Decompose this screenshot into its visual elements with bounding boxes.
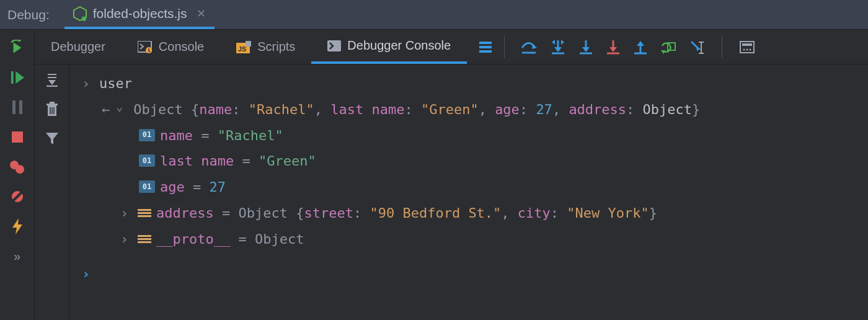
field-badge-icon: 01 <box>139 129 155 141</box>
svg-marker-24 <box>552 40 555 45</box>
console-icon <box>138 41 153 53</box>
tab-debugger-console[interactable]: Debugger Console <box>311 30 467 64</box>
chevron-down-icon[interactable] <box>116 97 127 123</box>
stop-icon[interactable] <box>9 129 25 145</box>
svg-rect-14 <box>246 41 251 47</box>
console-side-toolbar <box>35 64 69 320</box>
svg-marker-25 <box>561 40 564 45</box>
svg-marker-27 <box>582 47 590 52</box>
prompt-chevron-icon: › <box>82 261 90 287</box>
step-into-simple-icon[interactable] <box>579 40 593 55</box>
step-over-icon[interactable] <box>521 40 537 54</box>
expression-text: user <box>99 71 132 97</box>
debugger-console-output[interactable]: user ← Object {name: "Rachel", last name… <box>69 64 868 320</box>
field-badge-icon: 01 <box>139 180 155 193</box>
file-tab-label: folded-objects.js <box>93 6 187 21</box>
force-step-into-icon[interactable] <box>606 40 620 55</box>
property-row-address[interactable]: address = Object {street: "90 Bedford St… <box>82 200 856 226</box>
trash-icon[interactable] <box>46 102 58 117</box>
view-breakpoints-icon[interactable] <box>9 159 25 175</box>
chevron-right-icon[interactable] <box>120 226 131 252</box>
svg-rect-5 <box>12 131 23 143</box>
svg-point-43 <box>743 48 745 50</box>
debugger-console-icon <box>327 40 341 51</box>
svg-marker-2 <box>19 40 21 42</box>
run-to-cursor-icon[interactable] <box>689 40 704 55</box>
main-area: » Debugger Console JS Script <box>0 30 868 320</box>
tab-scripts[interactable]: JS Scripts <box>220 30 311 64</box>
debug-toolbar: Debugger Console JS Scripts <box>35 30 868 64</box>
svg-rect-4 <box>19 100 22 114</box>
svg-marker-19 <box>532 44 537 49</box>
property-row-name[interactable]: 01name = "Rachel" <box>82 123 856 149</box>
result-summary: Object {name: "Rachel", last name: "Gree… <box>133 97 700 123</box>
step-out-icon[interactable] <box>634 40 647 55</box>
console-input-echo: user <box>82 71 856 97</box>
debug-run-toolbar: » <box>0 30 35 320</box>
svg-point-1 <box>81 16 86 20</box>
svg-rect-42 <box>742 43 752 46</box>
drop-frame-icon[interactable] <box>661 40 676 54</box>
svg-marker-33 <box>637 41 644 46</box>
filter-icon[interactable] <box>45 131 59 145</box>
svg-point-45 <box>750 48 751 50</box>
svg-point-44 <box>746 48 748 50</box>
chevron-right-icon[interactable] <box>120 200 131 226</box>
bolt-icon[interactable] <box>9 218 25 234</box>
console-body: user ← Object {name: "Rachel", last name… <box>35 64 868 320</box>
mute-breakpoints-icon[interactable] <box>9 189 25 205</box>
threads-icon[interactable] <box>467 41 500 53</box>
property-row-age[interactable]: 01age = 27 <box>82 174 856 200</box>
svg-rect-41 <box>740 42 754 53</box>
resume-icon[interactable] <box>9 69 25 86</box>
step-into-icon[interactable] <box>551 40 565 55</box>
svg-marker-37 <box>696 46 701 51</box>
object-badge-icon <box>138 235 151 247</box>
panel-title: Debug: <box>0 7 64 22</box>
console-result-line[interactable]: ← Object {name: "Rachel", last name: "Gr… <box>82 97 856 123</box>
scroll-to-end-icon[interactable] <box>45 73 60 87</box>
svg-rect-3 <box>12 100 16 114</box>
object-badge-icon <box>138 209 151 221</box>
console-prompt[interactable]: › <box>82 261 856 287</box>
tab-debugger[interactable]: Debugger <box>35 30 122 64</box>
return-arrow-icon: ← <box>102 97 110 123</box>
chevron-right-icon <box>82 71 93 97</box>
debug-views-tabs: Debugger Console JS Scripts <box>35 30 467 64</box>
property-row-proto[interactable]: __proto__ = Object <box>82 226 856 252</box>
separator <box>722 36 722 58</box>
property-row-lastname[interactable]: 01last name = "Green" <box>82 148 856 174</box>
svg-rect-51 <box>46 104 58 105</box>
file-tab[interactable]: folded-objects.js ✕ <box>64 0 215 29</box>
evaluate-icon[interactable] <box>740 41 755 53</box>
js-icon: JS <box>236 41 251 53</box>
svg-marker-30 <box>609 47 617 52</box>
svg-marker-22 <box>554 47 562 52</box>
rerun-icon[interactable] <box>9 40 25 56</box>
svg-rect-15 <box>327 40 341 51</box>
svg-marker-48 <box>48 80 56 85</box>
content-area: Debugger Console JS Scripts <box>35 30 868 320</box>
field-badge-icon: 01 <box>139 154 155 167</box>
step-toolbar <box>508 36 755 58</box>
separator <box>504 36 505 58</box>
tab-console[interactable]: Console <box>122 30 220 64</box>
svg-point-7 <box>16 165 24 174</box>
debug-header: Debug: folded-objects.js ✕ <box>0 0 868 30</box>
svg-rect-52 <box>50 102 55 104</box>
svg-text:JS: JS <box>238 45 246 53</box>
pause-icon[interactable] <box>9 99 25 115</box>
more-icon[interactable]: » <box>9 248 25 264</box>
close-icon[interactable]: ✕ <box>193 7 206 20</box>
nodejs-icon <box>73 6 87 21</box>
